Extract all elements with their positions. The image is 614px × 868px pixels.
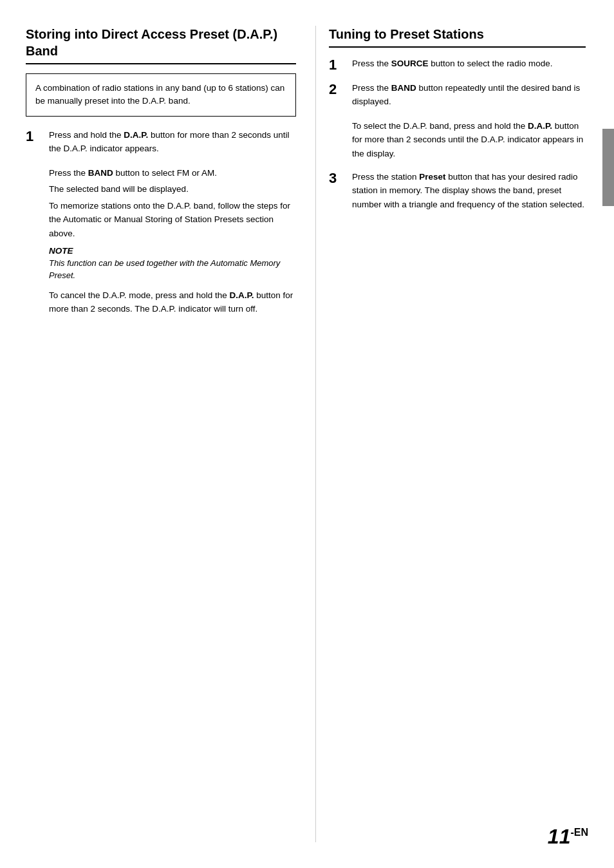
right-step1-pre: Press the bbox=[352, 59, 391, 68]
right-column: Tuning to Preset Stations 1 Press the SO… bbox=[315, 26, 586, 842]
right-step2-bold: BAND bbox=[391, 83, 416, 93]
right-step2-sub-bold: D.A.P. bbox=[528, 121, 552, 131]
right-step-3-content: Press the station Preset button that has… bbox=[352, 170, 586, 216]
left-step1-pre: Press and hold the bbox=[49, 130, 124, 140]
right-step-3-number: 3 bbox=[329, 170, 347, 187]
right-step1-bold: SOURCE bbox=[391, 59, 429, 68]
right-step2-pre: Press the bbox=[352, 83, 391, 93]
right-step3-pre: Press the station bbox=[352, 172, 419, 182]
right-step-3: 3 Press the station Preset button that h… bbox=[329, 170, 586, 216]
note-title: NOTE bbox=[49, 246, 296, 256]
cancel-pre: To cancel the D.A.P. mode, press and hol… bbox=[49, 290, 229, 300]
right-step-2: 2 Press the BAND button repeatedly until… bbox=[329, 81, 586, 113]
page-number-suffix: -EN bbox=[570, 827, 588, 838]
sub1-line1-post: button to select FM or AM. bbox=[113, 168, 217, 178]
sub1-band-bold: BAND bbox=[88, 168, 113, 178]
note-section: NOTE This function can be used together … bbox=[49, 246, 296, 282]
right-step-2-sub: To select the D.A.P. band, press and hol… bbox=[352, 119, 586, 161]
page-number: 11-EN bbox=[548, 825, 588, 849]
right-step-2-number: 2 bbox=[329, 81, 347, 98]
sub1-line2: The selected band will be displayed. bbox=[49, 182, 296, 196]
right-section-title: Tuning to Preset Stations bbox=[329, 26, 586, 48]
left-step-1: 1 Press and hold the D.A.P. button for m… bbox=[26, 128, 296, 160]
left-step-1-number: 1 bbox=[26, 128, 44, 145]
cancel-section: To cancel the D.A.P. mode, press and hol… bbox=[49, 288, 296, 316]
right-step-1: 1 Press the SOURCE button to select the … bbox=[329, 57, 586, 75]
right-step1-post: button to select the radio mode. bbox=[429, 59, 553, 68]
sub1-line3: To memorize stations onto the D.A.P. ban… bbox=[49, 199, 296, 241]
page-number-main: 11 bbox=[548, 825, 571, 848]
right-step-1-content: Press the SOURCE button to select the ra… bbox=[352, 57, 586, 75]
left-step-1-content: Press and hold the D.A.P. button for mor… bbox=[49, 128, 296, 160]
right-step2-sub-pre: To select the D.A.P. band, press and hol… bbox=[352, 121, 528, 131]
sub1-line1-pre: Press the bbox=[49, 168, 88, 178]
left-step1-bold: D.A.P. bbox=[124, 130, 148, 140]
left-step-1-sub: Press the BAND button to select FM or AM… bbox=[49, 166, 296, 241]
cancel-bold: D.A.P. bbox=[229, 290, 254, 300]
info-box-text: A combination of radio stations in any b… bbox=[35, 83, 284, 106]
right-step-1-number: 1 bbox=[329, 57, 347, 73]
right-step-2-content: Press the BAND button repeatedly until t… bbox=[352, 81, 586, 113]
right-step3-bold: Preset bbox=[419, 172, 445, 182]
left-column: Storing into Direct Access Preset (D.A.P… bbox=[26, 26, 315, 842]
sidebar-tab bbox=[602, 129, 614, 206]
note-text: This function can be used together with … bbox=[49, 257, 296, 282]
info-box: A combination of radio stations in any b… bbox=[26, 73, 296, 117]
left-section-title: Storing into Direct Access Preset (D.A.P… bbox=[26, 26, 296, 64]
